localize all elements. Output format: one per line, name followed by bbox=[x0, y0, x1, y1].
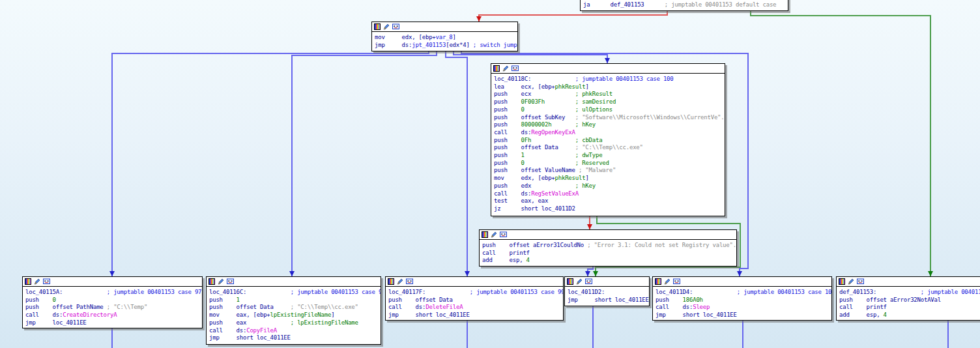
asm-row[interactable]: push 1 ; dwType bbox=[494, 152, 722, 160]
edit-node-icon[interactable] bbox=[848, 278, 855, 285]
node-color-icon[interactable] bbox=[388, 278, 395, 285]
asm-row[interactable]: push 80000002h ; hKey bbox=[494, 121, 722, 129]
node-titlebar[interactable] bbox=[372, 22, 517, 32]
asm-row[interactable]: push offset ValueName ; "Malware" bbox=[494, 167, 722, 175]
asm-row[interactable]: mov eax, [ebp+lpExistingFileName] bbox=[209, 312, 378, 319]
asm-row[interactable]: push offset aError31CouldNo ; "Error 3.1… bbox=[482, 242, 734, 250]
basic-block-loc_40117F[interactable]: loc_40117F: ; jumptable 00401153 case 99… bbox=[385, 276, 564, 321]
basic-block-loc_40118C[interactable]: loc_40118C: ; jumptable 00401153 case 10… bbox=[491, 63, 725, 216]
edit-node-icon[interactable] bbox=[383, 23, 390, 30]
basic-block-loc_40115A[interactable]: loc_40115A: ; jumptable 00401153 case 97… bbox=[22, 276, 203, 328]
asm-token: ] bbox=[585, 175, 588, 181]
asm-row[interactable]: lea ecx, [ebp+phkResult] bbox=[494, 83, 722, 91]
asm-row[interactable]: push 0Fh ; cbData bbox=[494, 137, 722, 145]
asm-row[interactable]: jmp short loc_4011EE bbox=[568, 297, 646, 304]
asm-row[interactable]: push eax ; lpExistingFileName bbox=[209, 319, 378, 327]
node-info-icon[interactable] bbox=[512, 65, 519, 72]
edit-node-icon[interactable] bbox=[491, 231, 498, 238]
edit-node-icon[interactable] bbox=[34, 278, 41, 285]
edge-segment-b bbox=[111, 53, 429, 54]
asm-row[interactable]: push edx ; hKey bbox=[494, 182, 722, 190]
graph-view[interactable]: cmp [ebp+var_8], 65hja def_401153 ; jump… bbox=[0, 0, 980, 348]
asm-row[interactable]: jmp short loc_4011EE bbox=[656, 312, 829, 319]
node-info-icon[interactable] bbox=[227, 278, 234, 285]
edit-node-icon[interactable] bbox=[664, 278, 671, 285]
asm-row[interactable]: loc_4011D2: bbox=[568, 289, 646, 297]
asm-row[interactable]: push 186A0h bbox=[656, 297, 829, 304]
basic-block-loc_40116C[interactable]: loc_40116C: ; jumptable 00401153 case 98… bbox=[206, 276, 381, 345]
basic-block-ja-default[interactable]: cmp [ebp+var_8], 65hja def_401153 ; jump… bbox=[580, 0, 788, 11]
asm-row[interactable]: def_401153: ; jumptable 00401153 default… bbox=[839, 289, 980, 297]
edit-node-icon[interactable] bbox=[502, 65, 510, 72]
asm-token: push offset Data bbox=[388, 297, 453, 303]
edit-node-icon[interactable] bbox=[576, 278, 583, 285]
asm-row[interactable]: push 0 bbox=[25, 297, 199, 304]
asm-row[interactable]: push offset PathName ; "C:\\Temp" bbox=[25, 304, 199, 312]
asm-row[interactable]: jmp short loc_4011EE bbox=[388, 312, 560, 319]
asm-row[interactable]: loc_4011D4: ; jumptable 00401153 case 10… bbox=[656, 289, 829, 297]
asm-row[interactable]: mov edx, [ebp+phkResult] bbox=[494, 175, 722, 182]
node-color-icon[interactable] bbox=[493, 65, 500, 72]
node-info-icon[interactable] bbox=[392, 23, 399, 30]
asm-row[interactable]: test eax, eax bbox=[494, 197, 722, 205]
node-info-icon[interactable] bbox=[406, 278, 413, 285]
asm-row[interactable]: ja def_401153 ; jumptable 00401153 defau… bbox=[583, 1, 785, 9]
asm-row[interactable]: push 0 ; ulOptions bbox=[494, 106, 722, 114]
asm-row[interactable]: jz short loc_4011D2 bbox=[494, 205, 722, 213]
node-titlebar[interactable] bbox=[23, 277, 202, 287]
basic-block-error31[interactable]: push offset aError31CouldNo ; "Error 3.1… bbox=[479, 229, 737, 267]
node-titlebar[interactable] bbox=[480, 230, 736, 240]
asm-row[interactable]: mov edx, [ebp+var_8] bbox=[375, 34, 515, 42]
asm-row[interactable]: add esp, 4 bbox=[482, 257, 734, 265]
asm-row[interactable]: push offset Data ; "C:\\Temp\\cc.exe" bbox=[494, 144, 722, 152]
asm-row[interactable]: push ecx ; phkResult bbox=[494, 91, 722, 98]
asm-row[interactable]: jmp short loc_4011EE bbox=[209, 334, 378, 342]
node-color-icon[interactable] bbox=[25, 278, 32, 285]
node-color-icon[interactable] bbox=[655, 278, 662, 285]
basic-block-def_401153[interactable]: def_401153: ; jumptable 00401153 default… bbox=[836, 276, 980, 321]
asm-row[interactable]: push offset Data ; "C:\\Temp\\cc.exe" bbox=[209, 304, 378, 312]
asm-row[interactable]: push 1 bbox=[209, 297, 378, 304]
node-info-icon[interactable] bbox=[673, 278, 680, 285]
asm-row[interactable]: push 0 ; Reserved bbox=[494, 160, 722, 167]
asm-row[interactable]: call ds:CopyFileA bbox=[209, 327, 378, 335]
asm-row[interactable]: push offset aError32NotAVal bbox=[839, 297, 980, 304]
node-color-icon[interactable] bbox=[374, 23, 381, 30]
asm-row[interactable]: add esp, 4 bbox=[839, 312, 980, 319]
node-titlebar[interactable] bbox=[565, 277, 649, 287]
basic-block-switch-jump[interactable]: mov edx, [ebp+var_8]jmp ds:jpt_401153[ed… bbox=[371, 22, 518, 51]
edit-node-icon[interactable] bbox=[397, 278, 404, 285]
asm-row[interactable]: loc_40117F: ; jumptable 00401153 case 99 bbox=[388, 289, 560, 297]
basic-block-loc_4011D2[interactable]: loc_4011D2:jmp short loc_4011EE bbox=[564, 276, 650, 306]
node-titlebar[interactable] bbox=[491, 64, 725, 74]
node-titlebar[interactable] bbox=[386, 277, 563, 287]
node-titlebar[interactable] bbox=[207, 277, 381, 287]
asm-row[interactable]: jmp ds:jpt_401153[edx*4] ; switch jump bbox=[375, 42, 515, 50]
asm-row[interactable]: loc_40115A: ; jumptable 00401153 case 97 bbox=[25, 289, 199, 297]
asm-row[interactable]: call printf bbox=[839, 304, 980, 312]
node-color-icon[interactable] bbox=[567, 278, 574, 285]
asm-row[interactable]: loc_40118C: ; jumptable 00401153 case 10… bbox=[494, 76, 722, 83]
asm-row[interactable]: loc_40116C: ; jumptable 00401153 case 98 bbox=[209, 289, 378, 297]
node-info-icon[interactable] bbox=[500, 231, 507, 238]
node-color-icon[interactable] bbox=[839, 278, 846, 285]
basic-block-loc_4011D4[interactable]: loc_4011D4: ; jumptable 00401153 case 10… bbox=[652, 276, 832, 321]
asm-row[interactable]: call ds:DeleteFileA bbox=[388, 304, 560, 312]
node-titlebar[interactable] bbox=[837, 277, 980, 287]
edit-node-icon[interactable] bbox=[218, 278, 225, 285]
node-info-icon[interactable] bbox=[43, 278, 50, 285]
asm-row[interactable]: call ds:RegSetValueExA bbox=[494, 190, 722, 198]
node-titlebar[interactable] bbox=[653, 277, 831, 287]
asm-row[interactable]: push 0F003Fh ; samDesired bbox=[494, 98, 722, 106]
asm-row[interactable]: push offset Data bbox=[388, 297, 560, 304]
node-info-icon[interactable] bbox=[857, 278, 864, 285]
node-info-icon[interactable] bbox=[585, 278, 592, 285]
asm-row[interactable]: call ds:Sleep bbox=[656, 304, 829, 312]
asm-row[interactable]: call printf bbox=[482, 250, 734, 257]
asm-row[interactable]: jmp loc_4011EE bbox=[25, 319, 199, 327]
asm-row[interactable]: call ds:CreateDirectoryA bbox=[25, 312, 199, 319]
node-color-icon[interactable] bbox=[209, 278, 216, 285]
asm-row[interactable]: push offset SubKey ; "Software\\Microsof… bbox=[494, 114, 722, 122]
node-color-icon[interactable] bbox=[482, 231, 489, 238]
asm-row[interactable]: call ds:RegOpenKeyExA bbox=[494, 129, 722, 137]
